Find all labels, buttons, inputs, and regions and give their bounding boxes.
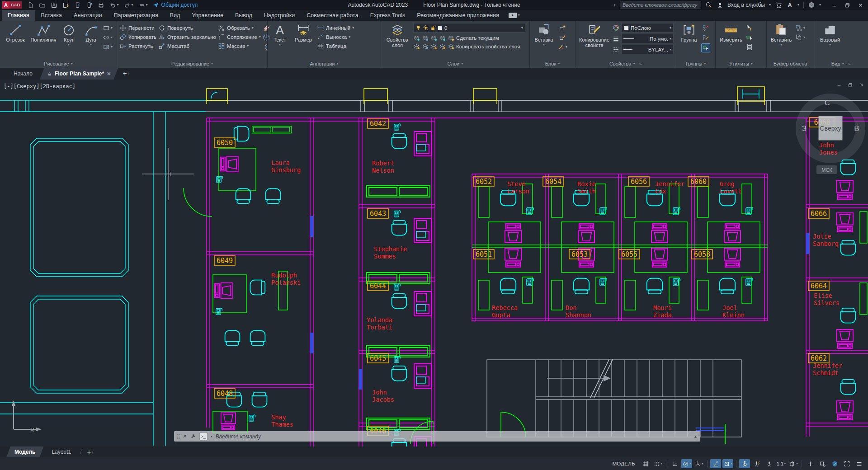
command-line[interactable]: ⣿ ✕ >_ ▾ Введите команду ▲ xyxy=(174,431,700,442)
mirror-button[interactable]: Отразить зеркально xyxy=(158,33,216,41)
snap-mode-button[interactable]: ▾ xyxy=(652,459,663,468)
help-icon[interactable] xyxy=(808,1,815,9)
command-prompt-text[interactable]: Введите команду xyxy=(216,433,261,440)
restore-icon[interactable] xyxy=(844,2,850,8)
arc-button[interactable]: Дуга▾ xyxy=(81,22,101,47)
command-expand-icon[interactable]: ▲ xyxy=(693,434,698,439)
layer-walk-icon[interactable] xyxy=(422,34,429,41)
save-as-icon[interactable] xyxy=(62,2,69,9)
copy-button[interactable]: Копировать xyxy=(119,33,156,41)
ellipse-button[interactable]: ▾ xyxy=(103,34,113,41)
save-to-mobile-icon[interactable] xyxy=(86,2,93,9)
panel-view-title[interactable]: Вид▾↘ xyxy=(814,59,868,68)
panel-groups-title[interactable]: Группы▾ xyxy=(676,59,715,68)
layer-unlock2-icon[interactable] xyxy=(439,43,446,50)
linear-dim-button[interactable]: Линейный▾ xyxy=(317,24,354,32)
viewcube-east-label[interactable]: В xyxy=(854,124,859,133)
insert-block-button[interactable]: Вставка▾ xyxy=(532,22,556,47)
layer-on-off-icon[interactable] xyxy=(413,43,420,50)
model-tab[interactable]: Модель xyxy=(6,446,43,457)
new-file-tab-button[interactable]: + xyxy=(123,70,127,77)
view-panel-launcher-icon[interactable]: ↘ xyxy=(848,61,851,66)
new-drawing-icon[interactable] xyxy=(27,2,34,9)
model-space-indicator[interactable]: МОДЕЛЬ xyxy=(612,461,635,466)
command-tools-icon[interactable] xyxy=(190,433,196,439)
panel-clipboard-title[interactable]: Буфер обмена xyxy=(767,59,814,68)
ribbon-tab-6[interactable]: Управление xyxy=(186,10,229,21)
scale-button[interactable]: Масштаб xyxy=(158,42,216,50)
settings-button[interactable]: ▾ xyxy=(788,459,799,468)
search-input[interactable] xyxy=(620,1,701,9)
ortho-mode-button[interactable] xyxy=(669,459,680,468)
viewport-minimize-icon[interactable] xyxy=(836,82,842,88)
panel-block-title[interactable]: Блок▾ xyxy=(530,59,575,68)
ribbon-tab-2[interactable]: Вставка xyxy=(35,10,68,21)
ribbon-tab-10[interactable]: Express Tools xyxy=(364,10,411,21)
copy-clip-button[interactable]: ▾ xyxy=(795,34,805,41)
layer-freeze-icon[interactable] xyxy=(430,34,437,41)
object-snap-button[interactable]: ▾ xyxy=(722,459,733,468)
annotation-scale-list-button[interactable] xyxy=(764,459,774,468)
measure-button[interactable]: Измерить▾ xyxy=(718,22,744,47)
panel-annotation-title[interactable]: Аннотации▾ xyxy=(268,59,381,68)
leader-button[interactable]: Выноска▾ xyxy=(317,33,354,41)
redo-button[interactable]: ▾ xyxy=(124,2,133,9)
viewcube-top-face[interactable]: Сверху xyxy=(820,125,841,132)
minimize-icon[interactable] xyxy=(831,2,837,8)
viewport-close-icon[interactable] xyxy=(859,82,864,88)
annotation-autoscale-button[interactable] xyxy=(751,459,762,468)
line-button[interactable]: Отрезок xyxy=(2,22,28,42)
group-edit-button[interactable] xyxy=(702,34,709,41)
command-grip-handle[interactable]: ⣿ xyxy=(177,434,179,439)
drawing-area[interactable]: 6050604260496048604360446045604660526054… xyxy=(0,80,868,446)
rotate-button[interactable]: Повернуть xyxy=(158,24,216,32)
isometric-drafting-button[interactable]: ▾ xyxy=(693,459,704,468)
plot-icon[interactable] xyxy=(98,2,104,9)
dimension-button[interactable]: Размер xyxy=(292,22,315,42)
layer-isolate-icon[interactable] xyxy=(413,34,420,41)
ucs-badge[interactable]: МСК xyxy=(821,167,832,173)
stretch-button[interactable]: Растянуть xyxy=(119,42,156,50)
new-layout-button[interactable]: + xyxy=(87,448,91,456)
view-cube[interactable]: СЗВСверхуМСК xyxy=(801,99,860,174)
ribbon-collapse-button[interactable]: ▲▾ xyxy=(509,10,520,21)
fillet-button[interactable]: Сопряжение▾ xyxy=(218,33,261,41)
annotation-visibility-button[interactable] xyxy=(739,459,750,468)
layer-combo[interactable]: 0 ▾ xyxy=(413,23,525,33)
ribbon-tab-5[interactable]: Вид xyxy=(164,10,186,21)
linetype-icon[interactable] xyxy=(613,46,619,53)
grid-mode-button[interactable] xyxy=(640,459,651,468)
app-store-cart-icon[interactable] xyxy=(775,1,782,9)
cut-button[interactable]: ▾ xyxy=(795,24,805,32)
ungroup-button[interactable] xyxy=(702,24,709,32)
polyline-button[interactable]: Полилиния xyxy=(30,22,57,42)
panel-layers-title[interactable]: Слои▾ xyxy=(381,59,529,68)
autodesk-app-icon[interactable] xyxy=(786,1,793,9)
viewport-restore-icon[interactable] xyxy=(848,82,853,88)
quick-select-button[interactable] xyxy=(746,24,753,32)
help-chevron-icon[interactable]: ▾ xyxy=(819,3,821,7)
ribbon-tab-8[interactable]: Надстройки xyxy=(258,10,301,21)
linetype-combo[interactable]: BYLAY...▾ xyxy=(621,45,674,54)
undo-button[interactable]: ▾ xyxy=(109,2,119,9)
layer-thaw-all-icon[interactable] xyxy=(430,43,437,50)
layer-restore-icon[interactable] xyxy=(422,43,429,50)
command-history-chevron[interactable]: ▾ xyxy=(211,435,212,438)
layer-match-icon[interactable] xyxy=(448,43,454,50)
viewcube-west-label[interactable]: З xyxy=(802,124,807,133)
open-icon[interactable] xyxy=(39,2,46,9)
file-tab-close-icon[interactable]: ✕ xyxy=(107,71,111,77)
share-button[interactable]: Общий доступ xyxy=(152,2,198,9)
search-icon[interactable] xyxy=(705,1,712,9)
file-tab-document[interactable]: Floor Plan Sample* ✕ xyxy=(40,68,118,80)
color-wheel-icon[interactable] xyxy=(613,24,619,31)
circle-button[interactable]: Круг▾ xyxy=(58,22,79,47)
edit-block-button[interactable] xyxy=(559,34,566,41)
quick-calc-button[interactable] xyxy=(746,43,753,51)
text-button[interactable]: Текст▾ xyxy=(270,22,290,47)
selection-highlight-button[interactable] xyxy=(746,34,753,41)
qat-customize-button[interactable]: ▾ xyxy=(138,2,148,9)
panel-utilities-title[interactable]: Утилиты▾ xyxy=(716,59,766,68)
viewport-controls-label[interactable]: [-][Сверху][2D-каркас] xyxy=(4,83,75,89)
security-shield-button[interactable] xyxy=(829,459,840,468)
